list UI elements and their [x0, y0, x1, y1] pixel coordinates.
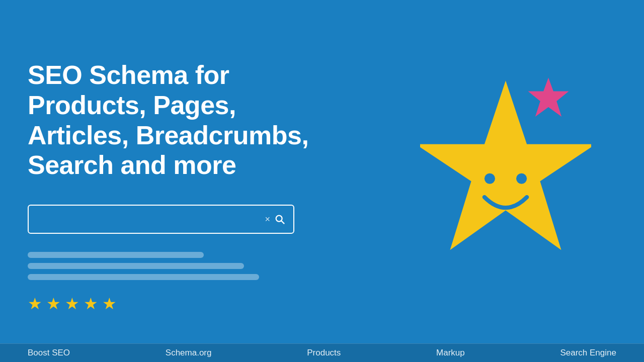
- footer-item-boost-seo[interactable]: Boost SEO: [28, 348, 70, 358]
- star-2: ★: [46, 294, 61, 313]
- svg-point-4: [485, 173, 495, 184]
- stars-row: ★ ★ ★ ★ ★: [28, 294, 340, 313]
- search-input[interactable]: [37, 214, 265, 225]
- star-4: ★: [84, 294, 98, 313]
- search-box[interactable]: ×: [28, 205, 294, 234]
- yellow-star-character: [420, 75, 591, 277]
- star-3: ★: [65, 294, 79, 313]
- headline: SEO Schema for Products, Pages, Articles…: [28, 60, 319, 180]
- skeleton-line-3: [28, 274, 259, 280]
- skeleton-line-2: [28, 263, 244, 269]
- search-icon: [274, 214, 285, 225]
- svg-point-5: [516, 173, 527, 184]
- search-box-wrapper: ×: [28, 205, 340, 234]
- search-button[interactable]: [274, 214, 285, 225]
- content-area: SEO Schema for Products, Pages, Articles…: [0, 0, 644, 343]
- skeleton-line-1: [28, 252, 204, 258]
- main-container: SEO Schema for Products, Pages, Articles…: [0, 0, 644, 362]
- footer-item-schema-org[interactable]: Schema.org: [166, 348, 212, 358]
- skeleton-lines: [28, 252, 340, 280]
- footer-item-search-engine[interactable]: Search Engine: [560, 348, 616, 358]
- clear-icon[interactable]: ×: [265, 214, 270, 225]
- svg-marker-3: [420, 81, 591, 250]
- footer-item-markup[interactable]: Markup: [436, 348, 465, 358]
- svg-line-1: [281, 221, 284, 224]
- footer-item-products[interactable]: Products: [307, 348, 341, 358]
- footer-nav: Boost SEO Schema.org Products Markup Sea…: [0, 343, 644, 362]
- star-5: ★: [102, 294, 117, 313]
- star-1: ★: [28, 294, 42, 313]
- svg-point-0: [276, 216, 282, 222]
- left-section: SEO Schema for Products, Pages, Articles…: [28, 60, 340, 313]
